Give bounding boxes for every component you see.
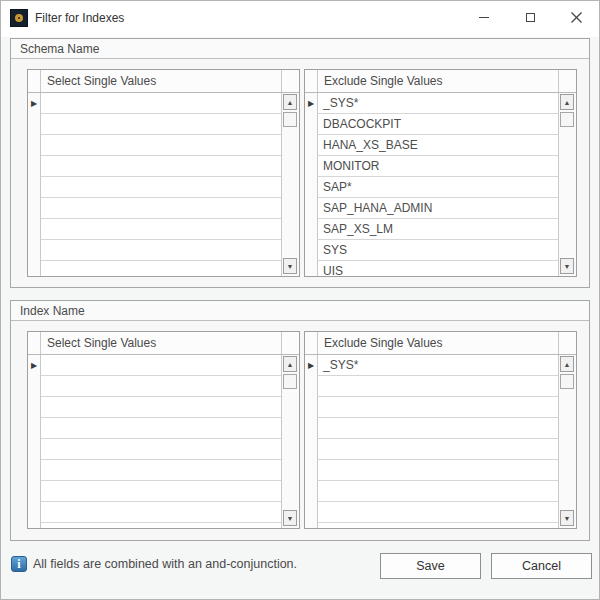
maximize-icon <box>526 13 535 22</box>
scroll-down-icon: ▼ <box>564 515 571 522</box>
table-row[interactable] <box>318 502 558 523</box>
cancel-button[interactable]: Cancel <box>491 553 592 579</box>
table-header: Exclude Single Values <box>305 332 576 355</box>
table-row[interactable] <box>318 523 558 528</box>
app-icon <box>10 9 28 27</box>
table-row[interactable]: SAP_XS_LM <box>318 219 558 240</box>
table-header: Select Single Values <box>28 332 299 355</box>
index-select-values-table: Select Single Values ▶ ▲ ▼ <box>27 331 300 529</box>
save-button[interactable]: Save <box>380 553 481 579</box>
scrollbar-thumb[interactable] <box>560 112 574 127</box>
index-exclude-values-table: Exclude Single Values ▶ _SYS* ▲ ▼ <box>304 331 577 529</box>
column-header[interactable]: Select Single Values <box>41 332 281 354</box>
table-row[interactable]: UIS <box>318 261 558 276</box>
group-title: Schema Name <box>11 39 589 59</box>
row-indicator-column[interactable]: ▶ <box>28 355 41 528</box>
row-header-column-header <box>305 332 318 354</box>
row-header-column-header <box>305 70 318 92</box>
table-row[interactable]: SAP* <box>318 177 558 198</box>
table-row[interactable] <box>41 156 281 177</box>
hana-ring-icon <box>15 14 23 22</box>
vertical-scrollbar[interactable]: ▲ ▼ <box>281 93 299 276</box>
table-row[interactable] <box>318 418 558 439</box>
window-title: Filter for Indexes <box>35 1 124 37</box>
current-row-indicator-icon: ▶ <box>305 93 317 114</box>
scroll-down-button[interactable]: ▼ <box>283 258 297 274</box>
table-row[interactable] <box>41 261 281 276</box>
schema-name-group: Schema Name Select Single Values ▶ ▲ ▼ <box>10 38 590 288</box>
table-row[interactable] <box>318 376 558 397</box>
scroll-up-button[interactable]: ▲ <box>283 356 297 372</box>
table-row[interactable] <box>41 502 281 523</box>
scroll-down-button[interactable]: ▼ <box>560 510 574 526</box>
scroll-up-button[interactable]: ▲ <box>283 94 297 110</box>
table-row[interactable] <box>41 198 281 219</box>
table-row[interactable] <box>41 439 281 460</box>
scroll-up-icon: ▲ <box>287 361 294 368</box>
grid-rows <box>41 355 281 528</box>
footer: i All fields are combined with an and-co… <box>1 539 599 599</box>
minimize-button[interactable] <box>461 1 507 33</box>
table-row[interactable] <box>41 481 281 502</box>
schema-exclude-values-table: Exclude Single Values ▶ _SYS*DBACOCKPITH… <box>304 69 577 277</box>
schema-select-values-table: Select Single Values ▶ ▲ ▼ <box>27 69 300 277</box>
scroll-up-button[interactable]: ▲ <box>560 356 574 372</box>
column-header[interactable]: Exclude Single Values <box>318 70 558 92</box>
table-row[interactable] <box>41 219 281 240</box>
table-row[interactable]: SYS <box>318 240 558 261</box>
scrollbar-thumb[interactable] <box>283 374 297 389</box>
scroll-up-button[interactable]: ▲ <box>560 94 574 110</box>
table-row[interactable] <box>318 460 558 481</box>
vertical-scrollbar[interactable]: ▲ ▼ <box>281 355 299 528</box>
scrollbar-column-header <box>281 70 299 92</box>
column-header[interactable]: Exclude Single Values <box>318 332 558 354</box>
table-row[interactable]: HANA_XS_BASE <box>318 135 558 156</box>
table-row[interactable] <box>318 439 558 460</box>
row-header-column-header <box>28 70 41 92</box>
table-row[interactable] <box>41 376 281 397</box>
row-indicator-column[interactable]: ▶ <box>305 355 318 528</box>
scroll-up-icon: ▲ <box>564 361 571 368</box>
table-row[interactable] <box>41 240 281 261</box>
table-row[interactable]: MONITOR <box>318 156 558 177</box>
table-row[interactable] <box>318 397 558 418</box>
vertical-scrollbar[interactable]: ▲ ▼ <box>558 93 576 276</box>
vertical-scrollbar[interactable]: ▲ ▼ <box>558 355 576 528</box>
scroll-down-button[interactable]: ▼ <box>560 258 574 274</box>
scrollbar-thumb[interactable] <box>283 112 297 127</box>
column-header[interactable]: Select Single Values <box>41 70 281 92</box>
table-row[interactable]: _SYS* <box>318 355 558 376</box>
scroll-down-button[interactable]: ▼ <box>283 510 297 526</box>
current-row-indicator-icon: ▶ <box>28 355 40 376</box>
row-indicator-column[interactable]: ▶ <box>28 93 41 276</box>
index-name-group: Index Name Select Single Values ▶ ▲ ▼ <box>10 300 590 541</box>
table-header: Exclude Single Values <box>305 70 576 93</box>
minimize-icon <box>479 17 489 18</box>
table-row[interactable] <box>41 135 281 156</box>
table-row[interactable]: SAP_HANA_ADMIN <box>318 198 558 219</box>
row-indicator-column[interactable]: ▶ <box>305 93 318 276</box>
table-row[interactable] <box>41 397 281 418</box>
table-row[interactable] <box>318 481 558 502</box>
maximize-button[interactable] <box>507 1 553 33</box>
current-row-indicator-icon: ▶ <box>305 355 317 376</box>
close-button[interactable] <box>553 1 599 33</box>
group-title: Index Name <box>11 301 589 321</box>
table-row[interactable] <box>41 114 281 135</box>
table-row[interactable]: DBACOCKPIT <box>318 114 558 135</box>
scroll-up-icon: ▲ <box>564 99 571 106</box>
filter-dialog: Filter for Indexes Schema Name Select Si… <box>0 0 600 600</box>
table-row[interactable]: _SYS* <box>318 93 558 114</box>
table-row[interactable] <box>41 460 281 481</box>
table-row[interactable] <box>41 177 281 198</box>
title-bar[interactable]: Filter for Indexes <box>1 1 599 37</box>
scrollbar-column-header <box>558 332 576 354</box>
table-header: Select Single Values <box>28 70 299 93</box>
table-row[interactable] <box>41 418 281 439</box>
table-row[interactable] <box>41 523 281 528</box>
grid-rows: _SYS*DBACOCKPITHANA_XS_BASEMONITORSAP*SA… <box>318 93 558 276</box>
scroll-down-icon: ▼ <box>564 263 571 270</box>
scrollbar-thumb[interactable] <box>560 374 574 389</box>
table-row[interactable] <box>41 355 281 376</box>
table-row[interactable] <box>41 93 281 114</box>
